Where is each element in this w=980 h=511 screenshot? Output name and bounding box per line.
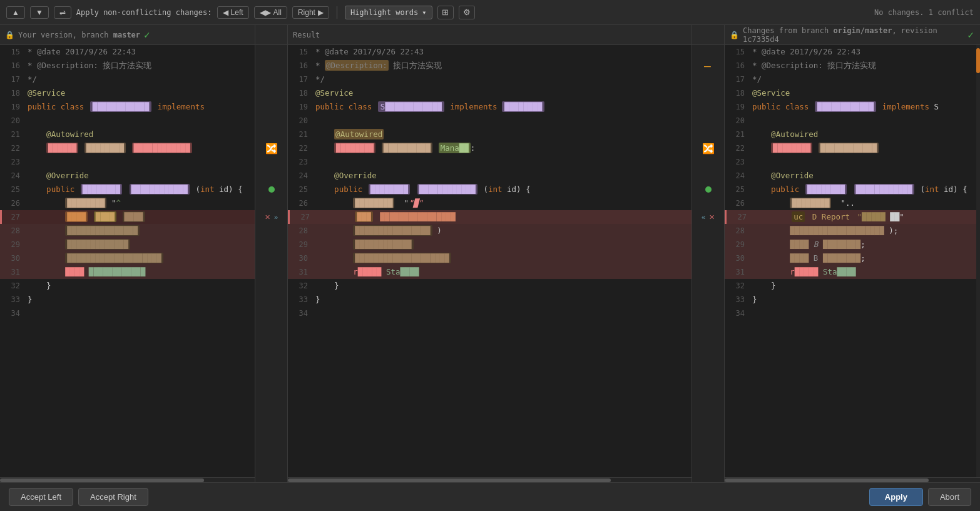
left-scroll-thumb[interactable] bbox=[0, 478, 204, 482]
right-line-32: 32 } bbox=[725, 279, 980, 293]
gutter-line-28 bbox=[255, 224, 287, 238]
left-line-33: 33 } bbox=[0, 293, 255, 306]
center-line-33: 33 } bbox=[288, 293, 692, 306]
right-gutter-line-27-controls[interactable]: « ✕ bbox=[692, 210, 724, 224]
gutter-line-22: 🔀 bbox=[255, 141, 287, 155]
right-scrollbar[interactable] bbox=[725, 477, 980, 482]
left-line-26: 26 ████████ "^ bbox=[0, 196, 255, 210]
toggle-view-btn[interactable]: ⊞ bbox=[437, 6, 454, 19]
right-gutter-line-29 bbox=[692, 238, 724, 251]
settings-btn[interactable]: ⚙ bbox=[459, 6, 475, 19]
right-line-17: 17 */ bbox=[725, 73, 980, 86]
right-gutter-area: — 🔀 « ✕ bbox=[692, 45, 724, 477]
merge-icon-right-22: 🔀 bbox=[702, 143, 715, 154]
all-btn[interactable]: ◀▶ All bbox=[254, 6, 287, 19]
center-line-24: 24 @Override bbox=[288, 169, 692, 183]
left-btn[interactable]: ◀ Left bbox=[217, 6, 249, 19]
all-icon: ◀▶ bbox=[260, 8, 271, 17]
left-line-34: 34 bbox=[0, 306, 255, 320]
gutter-line-31 bbox=[255, 265, 287, 279]
center-scroll-thumb[interactable] bbox=[288, 478, 611, 482]
left-line-30: 30 ████████████████████ bbox=[0, 251, 255, 265]
right-reject-btn[interactable]: ✕ bbox=[708, 213, 716, 222]
right-gutter-line-33 bbox=[692, 293, 724, 306]
right-scroll-thumb[interactable] bbox=[976, 48, 980, 73]
gutter-line-32 bbox=[255, 279, 287, 293]
left-checkmark-icon: ✓ bbox=[144, 29, 150, 41]
merge-icon-btn[interactable]: ⇌ bbox=[54, 6, 71, 19]
left-arrow-icon: ◀ bbox=[223, 8, 228, 17]
apply-non-conflicting-label: Apply non-conflicting changes: bbox=[76, 8, 212, 17]
left-conflict-marker bbox=[0, 210, 2, 224]
left-line-27-conflict: 27 ████ ████ ████ bbox=[0, 210, 255, 224]
abort-button[interactable]: Abort bbox=[928, 488, 971, 506]
gutter-line-27-controls[interactable]: ✕ » bbox=[255, 210, 287, 224]
left-line-23: 23 bbox=[0, 155, 255, 169]
gutter-line-18 bbox=[255, 86, 287, 100]
right-gutter-line-23 bbox=[692, 155, 724, 169]
right-line-19: 19 public class ████████████ implements … bbox=[725, 100, 980, 114]
gutter-line-30 bbox=[255, 251, 287, 265]
accept-both-btn[interactable]: » bbox=[273, 213, 279, 221]
right-gutter-line-18 bbox=[692, 86, 724, 100]
right-line-29: 29 ████ B ████████; bbox=[725, 238, 980, 251]
right-scroll-thumb[interactable] bbox=[725, 478, 929, 482]
apply-button[interactable]: Apply bbox=[869, 488, 923, 506]
accept-right-button[interactable]: Accept Right bbox=[78, 488, 148, 506]
right-vertical-scrollbar[interactable] bbox=[976, 45, 980, 477]
right-gutter-line-30 bbox=[692, 251, 724, 265]
right-line-20: 20 bbox=[725, 114, 980, 128]
right-gutter-line-28 bbox=[692, 224, 724, 238]
down-arrow-btn[interactable]: ▼ bbox=[30, 6, 49, 19]
left-line-32: 32 } bbox=[0, 279, 255, 293]
right-line-28: 28 ████████████████████ ); bbox=[725, 224, 980, 238]
accept-left-button[interactable]: Accept Left bbox=[9, 488, 73, 506]
left-line-24: 24 @Override bbox=[0, 169, 255, 183]
right-arrow-icon: ▶ bbox=[318, 8, 324, 17]
right-line-34: 34 bbox=[725, 306, 980, 320]
gutter-line-33 bbox=[255, 293, 287, 306]
bottom-bar: Accept Left Accept Right Apply Abort bbox=[0, 482, 980, 511]
right-header-text: Changes from branch origin/master, revis… bbox=[743, 26, 975, 44]
right-gutter-line-15 bbox=[692, 45, 724, 59]
gutter-line-21 bbox=[255, 128, 287, 141]
up-arrow-btn[interactable]: ▲ bbox=[6, 6, 25, 19]
center-line-17: 17 */ bbox=[288, 73, 692, 86]
right-gutter-header bbox=[692, 25, 724, 45]
left-panel: 🔒 Your version, branch master ✓ 15 * @da… bbox=[0, 25, 255, 482]
highlight-words-dropdown[interactable]: Highlight words ▾ bbox=[345, 6, 432, 19]
left-code-area[interactable]: 15 * @date 2017/9/26 22:43 16 * @Descrip… bbox=[0, 45, 255, 477]
right-gutter-line-17 bbox=[692, 73, 724, 86]
right-gutter-line-31 bbox=[692, 265, 724, 279]
center-line-22: 22 ████████ ██████████ Mana██: bbox=[288, 141, 692, 155]
left-scrollbar[interactable] bbox=[0, 477, 255, 482]
right-btn[interactable]: Right ▶ bbox=[292, 6, 329, 19]
center-code-area[interactable]: 15 * @date 2017/9/26 22:43 16 * @Descrip… bbox=[288, 45, 692, 477]
right-dot-25 bbox=[705, 186, 712, 193]
right-accept-both-btn[interactable]: « bbox=[700, 213, 707, 221]
right-line-25: 25 public ████████ ████████████ (int id)… bbox=[725, 183, 980, 196]
right-line-24: 24 @Override bbox=[725, 169, 980, 183]
gutter-line-20 bbox=[255, 114, 287, 128]
right-panel: 🔒 Changes from branch origin/master, rev… bbox=[725, 25, 980, 482]
left-line-18: 18 @Service bbox=[0, 86, 255, 100]
right-gutter-line-20 bbox=[692, 114, 724, 128]
center-scrollbar[interactable] bbox=[288, 477, 692, 482]
left-gutter: 🔀 ✕ » bbox=[255, 25, 288, 482]
right-checkmark-icon: ✓ bbox=[967, 29, 974, 41]
center-line-25: 25 public ████████ ████████████ (int id)… bbox=[288, 183, 692, 196]
dropdown-chevron-icon: ▾ bbox=[422, 8, 426, 17]
reject-conflict-btn[interactable]: ✕ bbox=[263, 213, 272, 222]
center-line-34: 34 bbox=[288, 306, 692, 320]
left-line-31: 31 ████ ████████████ bbox=[0, 265, 255, 279]
center-line-26: 26 ████████ ""█" bbox=[288, 196, 692, 210]
right-line-21: 21 @Autowired bbox=[725, 128, 980, 141]
left-line-16: 16 * @Description: 接口方法实现 bbox=[0, 59, 255, 73]
right-code-area[interactable]: 15 * @date 2017/9/26 22:43 16 * @Descrip… bbox=[725, 45, 980, 477]
gutter-line-26 bbox=[255, 196, 287, 210]
gutter-line-17 bbox=[255, 73, 287, 86]
right-line-27-conflict: 27 uc D Report "█████ ██" bbox=[725, 210, 980, 224]
center-panel: Result 15 * @date 2017/9/26 22:43 16 * @… bbox=[288, 25, 692, 482]
left-branch-name: master bbox=[113, 31, 140, 39]
right-gutter: — 🔀 « ✕ bbox=[692, 25, 725, 482]
